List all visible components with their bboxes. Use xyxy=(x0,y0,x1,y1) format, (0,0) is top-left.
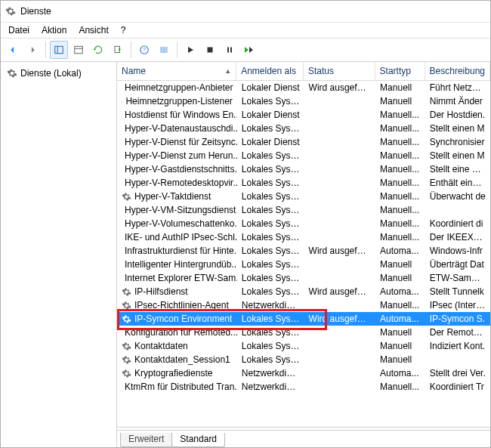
menu-file[interactable]: Datei xyxy=(2,23,36,37)
service-status: Wird ausgeführt xyxy=(304,246,376,256)
svg-rect-12 xyxy=(230,48,232,53)
menu-help[interactable]: ? xyxy=(115,23,132,37)
sort-asc-icon: ▲ xyxy=(224,67,231,75)
service-starttype: Manuell... xyxy=(375,382,425,392)
gear-icon xyxy=(122,192,131,202)
menu-view[interactable]: Ansicht xyxy=(73,23,114,37)
properties-button[interactable] xyxy=(69,41,88,59)
service-desc: Überwacht de xyxy=(425,191,490,202)
service-row[interactable]: Hostdienst für Windows En...Lokaler Dien… xyxy=(117,108,490,122)
service-desc: Der Hostdien. xyxy=(425,110,490,120)
service-name: Konfiguration für Remoted... xyxy=(125,327,237,338)
forward-button[interactable] xyxy=(23,41,42,59)
service-logon: Lokales System xyxy=(237,191,304,202)
start-service-button[interactable] xyxy=(181,41,199,59)
service-desc: Der Remoted. xyxy=(425,327,490,338)
service-logon: Lokaler Dienst xyxy=(237,137,304,147)
service-row[interactable]: Hyper-V-TaktdienstLokales SystemManuell.… xyxy=(117,190,490,203)
service-logon: Lokales System xyxy=(237,354,304,365)
pause-service-button[interactable] xyxy=(221,41,239,59)
service-desc: Koordiniert Tr xyxy=(425,382,490,392)
service-desc: Stellt eine Sch xyxy=(425,164,490,175)
service-name: IP-Symcon Environment xyxy=(134,314,232,324)
service-desc: Indiziert Kont. xyxy=(425,341,490,351)
service-row[interactable]: KontaktdatenLokales SystemManuellIndizie… xyxy=(117,339,490,353)
service-row[interactable]: IPsec-Richtlinien-AgentNetzwerkdienstMan… xyxy=(117,298,490,312)
service-name: IKE- und AuthIP IPsec-Schl... xyxy=(125,232,237,243)
service-logon: Lokales System xyxy=(237,246,304,256)
service-logon: Lokales System xyxy=(237,273,304,283)
help-button[interactable]: ? xyxy=(135,41,153,59)
stop-service-button[interactable] xyxy=(201,41,219,59)
service-status: Wird ausgeführt xyxy=(304,286,376,297)
export-button[interactable] xyxy=(109,41,127,59)
service-row[interactable]: Internet Explorer ETW-Sam...Lokales Syst… xyxy=(117,271,490,285)
refresh-button[interactable] xyxy=(89,41,107,59)
service-row[interactable]: KryptografiediensteNetzwerkdienstAutoma.… xyxy=(117,366,490,380)
svg-rect-7 xyxy=(160,47,162,53)
service-name: Kontaktdaten_Session1 xyxy=(134,354,230,365)
service-desc: Überträgt Dat xyxy=(425,259,490,270)
service-logon: Lokales System xyxy=(237,150,304,161)
service-row[interactable]: IP-HilfsdienstLokales SystemWird ausgefü… xyxy=(117,285,490,298)
toolbar: ? xyxy=(1,39,490,62)
gear-icon xyxy=(122,287,131,297)
col-desc[interactable]: Beschreibung xyxy=(425,62,490,80)
service-logon: Netzwerkdienst xyxy=(237,300,304,311)
service-row[interactable]: Hyper-V-Datenaustauschdi...Lokales Syste… xyxy=(117,122,490,135)
menu-action[interactable]: Aktion xyxy=(36,23,73,37)
service-row[interactable]: Konfiguration für Remoted...Lokales Syst… xyxy=(117,326,490,339)
service-name: Heimnetzgruppen-Anbieter xyxy=(125,82,233,93)
service-logon: Lokales System xyxy=(237,218,304,229)
service-row[interactable]: Hyper-V-Remotedesktopvir...Lokales Syste… xyxy=(117,176,490,190)
service-starttype: Automa... xyxy=(375,246,425,256)
gear-icon xyxy=(122,341,131,351)
service-status: Wird ausgeführt xyxy=(304,314,376,324)
tree-root-services[interactable]: Dienste (Lokal) xyxy=(4,66,113,80)
service-row[interactable]: IKE- und AuthIP IPsec-Schl...Lokales Sys… xyxy=(117,230,490,244)
service-starttype: Manuell... xyxy=(375,110,425,120)
service-row[interactable]: Heimnetzgruppen-ListenerLokales SystemMa… xyxy=(117,94,490,108)
toolbar-separator xyxy=(45,42,46,58)
services-list[interactable]: Heimnetzgruppen-AnbieterLokaler DienstWi… xyxy=(117,81,490,427)
service-starttype: Manuell... xyxy=(375,123,425,134)
service-row[interactable]: Hyper-V-Gastdienstschnitts...Lokales Sys… xyxy=(117,162,490,176)
service-logon: Lokales System xyxy=(237,341,304,351)
col-status[interactable]: Status xyxy=(304,62,375,80)
service-starttype: Manuell... xyxy=(375,164,425,175)
service-logon: Lokales System xyxy=(237,164,304,175)
service-desc: ETW-Sammlu xyxy=(425,273,490,283)
service-row[interactable]: Heimnetzgruppen-AnbieterLokaler DienstWi… xyxy=(117,81,490,94)
service-name: Hyper-V-Taktdienst xyxy=(134,191,211,202)
service-desc: Stellt einen M xyxy=(425,150,490,161)
service-row[interactable]: KtmRm für Distributed Tran...Netzwerkdie… xyxy=(117,380,490,394)
service-row[interactable]: Hyper-V-Dienst zum Herun...Lokales Syste… xyxy=(117,149,490,162)
col-name[interactable]: Name▲ xyxy=(117,62,236,80)
service-logon: Lokales System xyxy=(237,327,304,338)
back-button[interactable] xyxy=(4,41,22,59)
service-row[interactable]: Hyper-V-Dienst für Zeitsync...Lokaler Di… xyxy=(117,135,490,149)
restart-service-button[interactable] xyxy=(240,41,258,59)
tree-pane: Dienste (Lokal) xyxy=(1,62,117,447)
service-name: Hyper-V-Datenaustauschdi... xyxy=(125,123,237,134)
col-logon[interactable]: Anmelden als xyxy=(236,62,304,80)
service-starttype: Manuell xyxy=(375,82,425,93)
service-name: Kryptografiedienste xyxy=(134,368,212,378)
service-row[interactable]: Intelligenter Hintergrundüb...Lokales Sy… xyxy=(117,258,490,271)
column-button[interactable] xyxy=(155,41,173,59)
service-desc: Führt Netzwe. xyxy=(425,82,490,93)
service-row[interactable]: Hyper-V-Volumeschattenko...Lokales Syste… xyxy=(117,217,490,230)
show-hide-tree-button[interactable] xyxy=(50,41,68,59)
service-row[interactable]: Infrastrukturdienst für Hinte...Lokales … xyxy=(117,244,490,258)
tab-extended[interactable]: Erweitert xyxy=(120,433,172,447)
tab-standard[interactable]: Standard xyxy=(171,433,225,447)
service-row[interactable]: Kontaktdaten_Session1Lokales SystemManue… xyxy=(117,353,490,366)
service-starttype: Manuell... xyxy=(375,137,425,147)
service-row[interactable]: Hyper-V-VM-SitzungsdienstLokales SystemM… xyxy=(117,203,490,217)
service-logon: Lokales System xyxy=(237,123,304,134)
svg-rect-9 xyxy=(165,47,167,53)
col-starttype[interactable]: Starttyp xyxy=(375,62,425,80)
svg-text:?: ? xyxy=(143,47,146,52)
service-logon: Lokales System xyxy=(237,205,304,215)
service-row[interactable]: IP-Symcon EnvironmentLokales SystemWird … xyxy=(117,312,490,326)
